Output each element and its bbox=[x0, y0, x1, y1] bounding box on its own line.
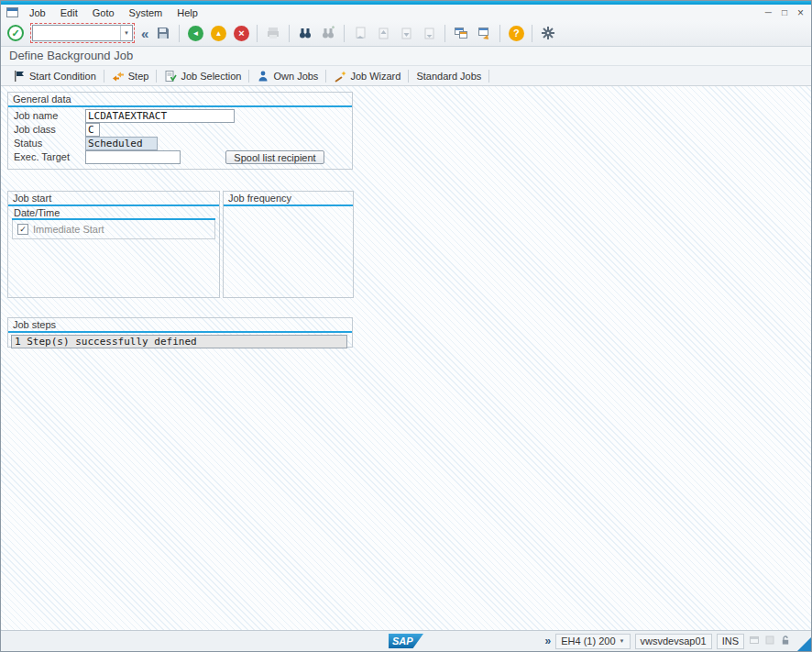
job-start-group: Job start Date/Time ✓ Immediate Start bbox=[7, 191, 220, 298]
step-button[interactable]: Step bbox=[104, 66, 157, 85]
session-status-icon bbox=[749, 635, 760, 646]
print-button bbox=[263, 23, 283, 43]
restore-button[interactable]: □ bbox=[782, 7, 787, 17]
menu-bar: Job Edit Goto System Help ─ □ × bbox=[1, 5, 811, 20]
previous-page-button bbox=[373, 23, 393, 43]
separator bbox=[499, 25, 500, 42]
job-start-title: Job start bbox=[13, 193, 51, 204]
exec-target-label: Exec. Target bbox=[14, 151, 70, 163]
system-session-cell[interactable]: EH4 (1) 200 ▼ bbox=[555, 634, 630, 649]
input-mode-cell: INS bbox=[717, 634, 744, 649]
general-data-title: General data bbox=[13, 94, 71, 105]
save-button[interactable] bbox=[153, 23, 173, 43]
exec-target-input[interactable] bbox=[85, 150, 181, 164]
separator bbox=[257, 25, 258, 42]
first-page-icon bbox=[354, 27, 368, 40]
job-frequency-group: Job frequency bbox=[223, 191, 354, 298]
save-icon bbox=[156, 26, 170, 40]
close-button[interactable]: × bbox=[797, 6, 804, 19]
status-label: Status bbox=[14, 138, 42, 149]
step-icon bbox=[112, 70, 125, 83]
status-bar-right: » EH4 (1) 200 ▼ vwsvdevsap01 INS bbox=[545, 633, 791, 649]
job-selection-button[interactable]: Job Selection bbox=[157, 66, 248, 85]
exit-button[interactable]: ▲ bbox=[208, 23, 228, 43]
new-session-button[interactable] bbox=[451, 23, 471, 43]
status-icon-1 bbox=[749, 635, 760, 647]
back-button[interactable]: ◄ bbox=[185, 23, 205, 43]
collapse-command-button[interactable]: « bbox=[139, 26, 150, 41]
help-question-icon: ? bbox=[509, 26, 524, 41]
enter-check-icon: ✓ bbox=[7, 25, 24, 41]
separator bbox=[289, 25, 290, 42]
separator bbox=[179, 25, 180, 42]
system-menu-icon[interactable] bbox=[6, 7, 18, 17]
menu-edit[interactable]: Edit bbox=[54, 6, 84, 19]
sap-logo: SAP bbox=[389, 634, 423, 648]
next-page-icon bbox=[400, 27, 413, 40]
enter-button[interactable]: ✓ bbox=[5, 23, 26, 43]
screen-title: Define Background Job bbox=[1, 47, 811, 66]
data-transfer-icon bbox=[764, 635, 775, 646]
create-shortcut-button[interactable] bbox=[474, 23, 494, 43]
minimize-button[interactable]: ─ bbox=[765, 7, 772, 17]
message-expand-button[interactable]: » bbox=[545, 635, 552, 647]
sap-gui-window: Job Edit Goto System Help ─ □ × ✓ ▼ « ◄ … bbox=[0, 0, 812, 652]
application-toolbar: Start Condition Step Job Selection Own J… bbox=[1, 66, 811, 86]
flag-icon bbox=[13, 70, 26, 83]
job-steps-group: Job steps 1 Step(s) successfully defined bbox=[7, 317, 353, 348]
customize-button[interactable] bbox=[538, 23, 558, 43]
menu-job[interactable]: Job bbox=[23, 6, 52, 19]
resize-grip[interactable] bbox=[797, 637, 811, 651]
command-input[interactable] bbox=[33, 27, 120, 39]
find-next-icon bbox=[321, 26, 335, 40]
job-steps-status-field: 1 Step(s) successfully defined bbox=[11, 335, 347, 348]
job-wizard-button[interactable]: Job Wizard bbox=[326, 66, 408, 85]
help-button[interactable]: ? bbox=[506, 23, 526, 43]
job-selection-icon bbox=[164, 70, 177, 83]
status-icon-2 bbox=[764, 635, 775, 647]
status-value-field: Scheduled bbox=[85, 137, 158, 150]
start-condition-button[interactable]: Start Condition bbox=[5, 66, 104, 85]
previous-page-icon bbox=[377, 27, 390, 40]
immediate-start-checkbox[interactable]: ✓ bbox=[17, 224, 28, 235]
cancel-button[interactable]: × bbox=[231, 23, 251, 43]
job-class-label: Job class bbox=[14, 124, 56, 136]
find-icon bbox=[298, 26, 313, 40]
standard-jobs-button[interactable]: Standard Jobs bbox=[409, 66, 488, 85]
last-page-button bbox=[419, 23, 439, 43]
last-page-icon bbox=[422, 27, 436, 40]
command-dropdown-button[interactable]: ▼ bbox=[120, 26, 132, 40]
screen-body: General data Job name Job class Status S… bbox=[1, 86, 811, 630]
own-jobs-button[interactable]: Own Jobs bbox=[249, 66, 325, 85]
job-name-label: Job name bbox=[14, 110, 58, 122]
date-time-body: ✓ Immediate Start bbox=[12, 220, 215, 239]
status-bar: SAP » EH4 (1) 200 ▼ vwsvdevsap01 INS bbox=[1, 630, 811, 651]
separator bbox=[444, 25, 445, 42]
group-rule bbox=[8, 331, 352, 333]
security-lock-icon[interactable] bbox=[780, 635, 791, 647]
find-next-button bbox=[318, 23, 338, 43]
own-jobs-icon bbox=[257, 70, 269, 83]
job-class-input[interactable] bbox=[85, 123, 100, 137]
general-data-group: General data Job name Job class Status S… bbox=[7, 92, 353, 170]
menu-goto[interactable]: Goto bbox=[86, 6, 121, 19]
job-name-input[interactable] bbox=[85, 109, 235, 123]
job-frequency-title: Job frequency bbox=[228, 193, 291, 204]
menu-system[interactable]: System bbox=[123, 6, 170, 19]
group-rule bbox=[224, 204, 353, 206]
find-button[interactable] bbox=[295, 23, 315, 43]
menu-help[interactable]: Help bbox=[170, 6, 204, 19]
job-steps-title: Job steps bbox=[13, 319, 56, 331]
cancel-x-icon: × bbox=[234, 26, 249, 41]
date-time-subgroup: Date/Time ✓ Immediate Start bbox=[12, 207, 215, 239]
spool-list-recipient-button[interactable]: Spool list recipient bbox=[225, 150, 324, 164]
separator bbox=[488, 70, 489, 83]
first-page-button bbox=[350, 23, 370, 43]
next-page-button bbox=[396, 23, 416, 43]
new-session-icon bbox=[454, 26, 468, 40]
print-icon bbox=[266, 26, 280, 40]
date-time-title: Date/Time bbox=[12, 207, 215, 218]
chevron-down-icon: ▼ bbox=[620, 638, 625, 644]
immediate-start-label: Immediate Start bbox=[33, 224, 104, 235]
create-shortcut-icon bbox=[477, 26, 491, 40]
